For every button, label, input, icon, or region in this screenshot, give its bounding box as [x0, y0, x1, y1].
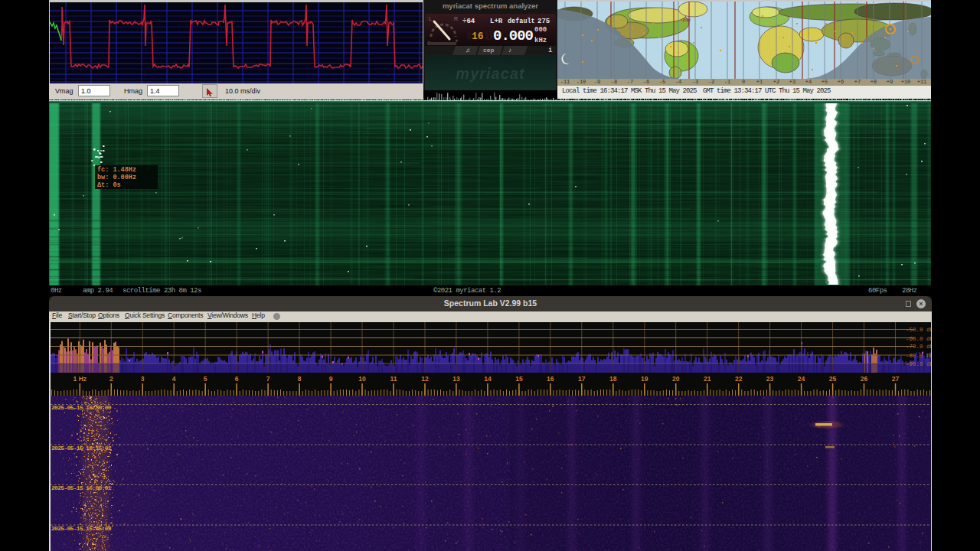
- svg-text:16: 16: [547, 375, 554, 383]
- svg-text:14: 14: [484, 375, 492, 383]
- svg-text:12: 12: [421, 375, 429, 383]
- svg-text:27: 27: [892, 375, 900, 383]
- svg-text:+4: +4: [805, 79, 812, 85]
- svg-text:+7: +7: [854, 79, 861, 85]
- svg-text:13: 13: [452, 375, 460, 383]
- svg-text:-2: -2: [708, 79, 714, 85]
- svg-text:-60.0 dB: -60.0 dB: [906, 336, 931, 342]
- svg-text:+3: +3: [789, 79, 795, 85]
- svg-text:2025-05-15 16:15:02: 2025-05-15 16:15:02: [51, 445, 112, 452]
- svg-text:5: 5: [204, 375, 207, 383]
- svg-text:17: 17: [578, 375, 586, 383]
- svg-text:-4: -4: [675, 79, 681, 85]
- svg-text:+5: +5: [822, 79, 828, 85]
- svg-text:2025-05-15 16:00:01: 2025-05-15 16:00:01: [51, 484, 112, 491]
- svg-text:3: 3: [141, 375, 145, 383]
- svg-text:18: 18: [609, 375, 617, 383]
- svg-text:1 Hz: 1 Hz: [74, 375, 87, 383]
- svg-text:15: 15: [515, 375, 523, 383]
- svg-text:11: 11: [390, 375, 397, 383]
- svg-text:+2: +2: [773, 79, 779, 85]
- svg-text:2: 2: [109, 375, 113, 383]
- svg-text:R: R: [454, 16, 458, 21]
- svg-text:L: L: [429, 16, 432, 21]
- svg-text:21: 21: [704, 375, 711, 383]
- svg-text:23: 23: [766, 375, 774, 383]
- svg-text:-80.0 dB: -80.0 dB: [906, 353, 931, 359]
- svg-text:-9: -9: [594, 79, 600, 85]
- svg-text:9: 9: [329, 375, 333, 383]
- svg-text:25: 25: [829, 375, 837, 383]
- svg-text:-70.0 dB: -70.0 dB: [906, 344, 931, 350]
- svg-text:-3: -3: [692, 79, 698, 85]
- svg-text:20: 20: [672, 375, 680, 383]
- svg-text:-1: -1: [724, 79, 730, 85]
- svg-text:-11: -11: [560, 79, 570, 85]
- svg-text:+11: +11: [917, 79, 927, 85]
- svg-text:-10: -10: [577, 79, 586, 85]
- svg-text:8: 8: [298, 375, 302, 383]
- svg-text:6: 6: [235, 375, 239, 383]
- svg-text:+1: +1: [756, 79, 763, 85]
- svg-text:4: 4: [172, 375, 176, 383]
- svg-text:10: 10: [358, 375, 366, 383]
- svg-text:2025-05-15 15:45:09: 2025-05-15 15:45:09: [51, 525, 112, 532]
- svg-text:-50.0 dB: -50.0 dB: [906, 327, 931, 333]
- svg-text:+6: +6: [838, 79, 844, 85]
- svg-text:-7: -7: [627, 79, 633, 85]
- svg-text:22: 22: [735, 375, 743, 383]
- svg-text:24: 24: [798, 375, 805, 383]
- svg-text:7: 7: [266, 375, 270, 383]
- svg-text:19: 19: [641, 375, 648, 383]
- svg-text:-2:30: -2:30: [681, 18, 691, 22]
- svg-text:2025-05-15 16:30:00: 2025-05-15 16:30:00: [51, 404, 112, 411]
- svg-text:-90.0 dB: -90.0 dB: [906, 361, 931, 367]
- svg-text:+8: +8: [871, 79, 877, 85]
- svg-text:+10: +10: [901, 79, 911, 85]
- svg-text:-6: -6: [643, 79, 649, 85]
- svg-text:0: 0: [742, 79, 745, 85]
- svg-text:-8: -8: [611, 79, 617, 85]
- svg-text:+9: +9: [887, 79, 893, 85]
- svg-text:26: 26: [861, 375, 868, 383]
- svg-text:-5: -5: [659, 79, 665, 85]
